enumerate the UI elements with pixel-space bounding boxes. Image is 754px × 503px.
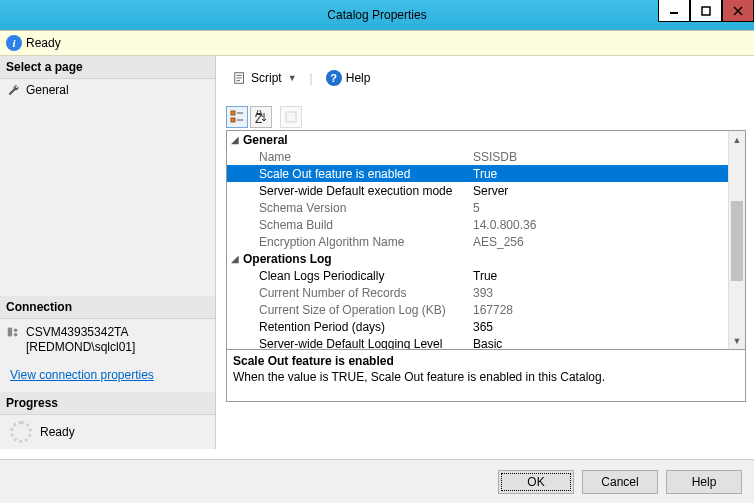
property-name: Scale Out feature is enabled: [241, 167, 471, 181]
script-icon: [233, 71, 247, 85]
connection-header: Connection: [0, 296, 215, 319]
connection-info: CSVM43935342TA [REDMOND\sqlcl01]: [0, 319, 215, 362]
ok-button[interactable]: OK: [498, 470, 574, 494]
property-name: Server-wide Default execution mode: [241, 184, 471, 198]
page-item-label: General: [26, 83, 69, 97]
help-icon: ?: [326, 70, 342, 86]
page-item-general[interactable]: General: [0, 79, 215, 101]
property-value[interactable]: 5: [471, 201, 728, 215]
property-name: Current Size of Operation Log (KB): [241, 303, 471, 317]
property-pages-button: [280, 106, 302, 128]
property-name: General: [241, 133, 471, 147]
select-page-header: Select a page: [0, 56, 215, 79]
property-name: Current Number of Records: [241, 286, 471, 300]
svg-rect-17: [286, 112, 296, 122]
help-label: Help: [346, 71, 371, 85]
property-name: Name: [241, 150, 471, 164]
scroll-down-button[interactable]: ▼: [729, 332, 745, 349]
property-row[interactable]: Schema Version5: [227, 199, 728, 216]
property-value[interactable]: 14.0.800.36: [471, 218, 728, 232]
sort-az-icon: AZ: [254, 110, 268, 124]
svg-rect-12: [231, 118, 235, 122]
property-value[interactable]: True: [471, 269, 728, 283]
property-name: Schema Build: [241, 218, 471, 232]
svg-point-6: [14, 333, 18, 337]
property-row[interactable]: Server-wide Default Logging LevelBasic: [227, 335, 728, 349]
view-connection-properties-link[interactable]: View connection properties: [0, 362, 215, 392]
property-value[interactable]: SSISDB: [471, 150, 728, 164]
description-pane: Scale Out feature is enabled When the va…: [226, 350, 746, 402]
wrench-icon: [6, 83, 20, 97]
scroll-up-button[interactable]: ▲: [729, 131, 745, 148]
property-row[interactable]: Current Size of Operation Log (KB)167728: [227, 301, 728, 318]
scroll-thumb[interactable]: [731, 201, 743, 281]
progress-header: Progress: [0, 392, 215, 415]
dialog-button-bar: OK Cancel Help: [0, 459, 754, 503]
svg-text:Z: Z: [255, 112, 262, 124]
dropdown-icon: ▼: [288, 73, 297, 83]
property-name: Retention Period (days): [241, 320, 471, 334]
property-row[interactable]: Current Number of Records393: [227, 284, 728, 301]
close-button[interactable]: [722, 0, 754, 22]
property-grid[interactable]: ◢GeneralNameSSISDBScale Out feature is e…: [226, 130, 746, 350]
property-row[interactable]: Encryption Algorithm NameAES_256: [227, 233, 728, 250]
svg-rect-4: [8, 327, 12, 336]
property-value[interactable]: True: [471, 167, 728, 181]
svg-point-5: [14, 328, 18, 332]
left-pane: Select a page General Connection CSVM439…: [0, 56, 216, 449]
property-grid-toolbar: AZ: [226, 104, 746, 130]
maximize-icon: [701, 6, 711, 16]
property-name: Encryption Algorithm Name: [241, 235, 471, 249]
main-content: Select a page General Connection CSVM439…: [0, 56, 754, 449]
script-button[interactable]: Script ▼: [226, 67, 304, 89]
status-text: Ready: [26, 36, 61, 50]
alphabetical-button[interactable]: AZ: [250, 106, 272, 128]
property-value[interactable]: 365: [471, 320, 728, 334]
pages-icon: [284, 110, 298, 124]
property-row[interactable]: Server-wide Default execution modeServer: [227, 182, 728, 199]
server-icon: [6, 325, 20, 339]
description-title: Scale Out feature is enabled: [233, 354, 739, 368]
expand-icon[interactable]: ◢: [227, 134, 241, 145]
property-name: Clean Logs Periodically: [241, 269, 471, 283]
svg-rect-11: [231, 111, 235, 115]
description-body: When the value is TRUE, Scale Out featur…: [233, 370, 739, 384]
right-pane: Script ▼ | ? Help AZ ◢GeneralNameSSIS: [216, 56, 754, 449]
progress-text: Ready: [40, 425, 75, 439]
connection-server: CSVM43935342TA: [26, 325, 135, 341]
property-name: Server-wide Default Logging Level: [241, 337, 471, 350]
property-row[interactable]: Schema Build14.0.800.36: [227, 216, 728, 233]
property-value[interactable]: 393: [471, 286, 728, 300]
scrollbar[interactable]: ▲ ▼: [728, 131, 745, 349]
property-row[interactable]: NameSSISDB: [227, 148, 728, 165]
help-button-bottom[interactable]: Help: [666, 470, 742, 494]
connection-login: [REDMOND\sqlcl01]: [26, 340, 135, 356]
property-row[interactable]: Scale Out feature is enabledTrue: [227, 165, 728, 182]
property-value[interactable]: 167728: [471, 303, 728, 317]
minimize-button[interactable]: [658, 0, 690, 22]
minimize-icon: [669, 6, 679, 16]
property-value[interactable]: AES_256: [471, 235, 728, 249]
maximize-button[interactable]: [690, 0, 722, 22]
window-title: Catalog Properties: [0, 8, 754, 22]
toolbar: Script ▼ | ? Help: [226, 62, 746, 98]
status-bar: i Ready: [0, 30, 754, 56]
help-button[interactable]: ? Help: [319, 66, 378, 90]
property-value[interactable]: Basic: [471, 337, 728, 350]
svg-rect-1: [702, 7, 710, 15]
property-category[interactable]: ◢Operations Log: [227, 250, 728, 267]
title-bar: Catalog Properties: [0, 0, 754, 30]
property-row[interactable]: Clean Logs PeriodicallyTrue: [227, 267, 728, 284]
expand-icon[interactable]: ◢: [227, 253, 241, 264]
categorized-icon: [230, 110, 244, 124]
spinner-icon: [10, 421, 32, 443]
categorized-button[interactable]: [226, 106, 248, 128]
property-category[interactable]: ◢General: [227, 131, 728, 148]
property-row[interactable]: Retention Period (days)365: [227, 318, 728, 335]
cancel-button[interactable]: Cancel: [582, 470, 658, 494]
script-label: Script: [251, 71, 282, 85]
property-value[interactable]: Server: [471, 184, 728, 198]
progress-status: Ready: [0, 415, 215, 449]
window-controls: [658, 0, 754, 22]
close-icon: [733, 6, 743, 16]
